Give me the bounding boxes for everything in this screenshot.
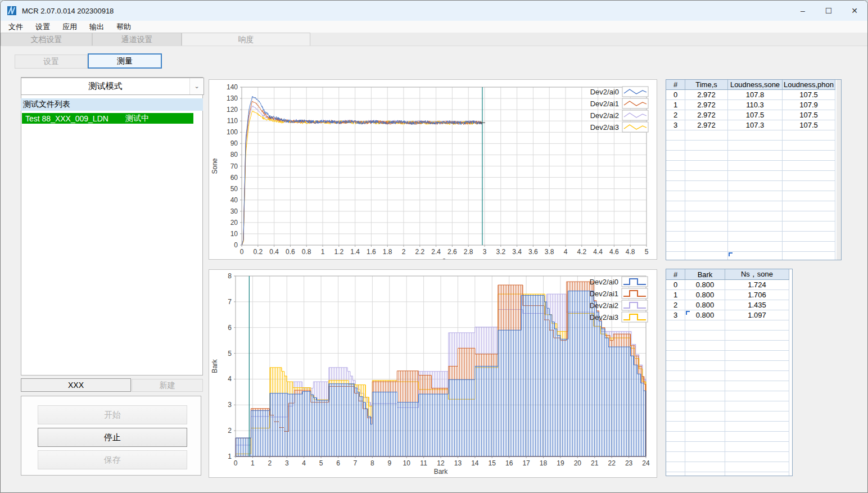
close-button[interactable]: ✕ xyxy=(842,1,867,21)
table-cell[interactable] xyxy=(666,252,685,261)
table-cell[interactable] xyxy=(728,232,783,242)
table-cell[interactable] xyxy=(666,181,685,191)
table-cell[interactable] xyxy=(685,351,725,361)
tab-channel-settings[interactable]: 通道设置 xyxy=(92,33,182,46)
table-cell[interactable] xyxy=(728,252,783,261)
table-cell[interactable] xyxy=(666,401,685,411)
menu-help[interactable]: 帮助 xyxy=(112,21,135,33)
menu-output[interactable]: 输出 xyxy=(85,21,108,33)
table-cell[interactable]: 2.972 xyxy=(685,110,728,120)
table-cell[interactable]: 110.3 xyxy=(728,100,783,110)
table-row[interactable] xyxy=(666,320,789,331)
table-cell[interactable] xyxy=(728,242,783,252)
table-row[interactable] xyxy=(666,161,835,171)
table-cell[interactable] xyxy=(725,401,789,411)
table-cell[interactable] xyxy=(728,141,783,151)
table-row[interactable] xyxy=(666,361,789,371)
table-row[interactable] xyxy=(666,232,835,242)
table-cell[interactable] xyxy=(685,361,725,371)
table-cell[interactable]: 0.800 xyxy=(685,300,725,310)
table-row[interactable] xyxy=(666,211,835,221)
table-cell[interactable] xyxy=(685,381,725,391)
table-cell[interactable]: 2 xyxy=(666,110,685,120)
table-cell[interactable]: 2 xyxy=(666,300,685,310)
table-cell[interactable] xyxy=(685,161,728,171)
table-cell[interactable] xyxy=(666,141,685,151)
table-cell[interactable] xyxy=(666,462,685,472)
table-cell[interactable] xyxy=(728,181,783,191)
table-row[interactable] xyxy=(666,252,835,261)
table-cell[interactable] xyxy=(783,130,835,141)
save-button[interactable]: 保存 xyxy=(38,450,187,469)
table-cell[interactable] xyxy=(666,351,685,361)
table-cell[interactable] xyxy=(666,171,685,181)
table-cell[interactable] xyxy=(666,232,685,242)
table-row[interactable] xyxy=(666,130,835,141)
table-cell[interactable] xyxy=(728,130,783,141)
measure-button[interactable]: 测量 xyxy=(88,53,162,69)
chevron-down-icon[interactable]: ⌄ xyxy=(189,78,204,94)
table-cell[interactable] xyxy=(685,191,728,201)
table-cell[interactable] xyxy=(783,161,835,171)
table-cell[interactable] xyxy=(685,472,725,477)
table-cell[interactable] xyxy=(725,361,789,371)
table-cell[interactable] xyxy=(685,411,725,422)
table-cell[interactable] xyxy=(666,411,685,422)
table-cell[interactable] xyxy=(685,242,728,252)
table-cell[interactable] xyxy=(666,191,685,201)
table-row[interactable]: 32.972107.3107.5 xyxy=(666,120,835,130)
test-mode-select[interactable]: 测试模式 ⌄ xyxy=(21,78,204,95)
table-cell[interactable] xyxy=(725,341,789,351)
specific-loudness-chart-svg[interactable]: 0123456789101112131415161718192021222324… xyxy=(209,270,657,477)
table-cell[interactable] xyxy=(725,320,789,331)
col-header-index[interactable]: # xyxy=(666,80,685,90)
table-row[interactable] xyxy=(666,411,789,422)
col-header-loudness-phon[interactable]: Loudness,phon xyxy=(783,80,835,90)
table-cell[interactable] xyxy=(725,422,789,432)
table-cell[interactable] xyxy=(725,462,789,472)
table-cell[interactable]: 107.3 xyxy=(728,120,783,130)
table-cell[interactable] xyxy=(685,201,728,211)
table-cell[interactable] xyxy=(783,232,835,242)
table-cell[interactable] xyxy=(666,442,685,452)
table-cell[interactable]: 107.9 xyxy=(783,100,835,110)
table-row[interactable] xyxy=(666,341,789,351)
table-cell[interactable] xyxy=(783,191,835,201)
table-row[interactable]: 00.8001.724 xyxy=(666,280,789,290)
table-cell[interactable] xyxy=(725,432,789,442)
table-cell[interactable] xyxy=(666,371,685,381)
table-cell[interactable] xyxy=(783,151,835,161)
table-cell[interactable]: 2.972 xyxy=(685,120,728,130)
col-header-time[interactable]: Time,s xyxy=(685,80,728,90)
table-cell[interactable] xyxy=(728,201,783,211)
table-cell[interactable]: 0 xyxy=(666,280,685,290)
table-cell[interactable] xyxy=(666,472,685,477)
menu-application[interactable]: 应用 xyxy=(58,21,82,33)
table-cell[interactable] xyxy=(685,171,728,181)
table-cell[interactable]: 2.972 xyxy=(685,100,728,110)
table-cell[interactable] xyxy=(783,141,835,151)
table-row[interactable]: 22.972107.5107.5 xyxy=(666,110,835,120)
table-row[interactable] xyxy=(666,181,835,191)
table-cell[interactable]: 1 xyxy=(666,100,685,110)
table-cell[interactable] xyxy=(685,401,725,411)
table-cell[interactable] xyxy=(728,151,783,161)
table-cell[interactable] xyxy=(666,242,685,252)
table-cell[interactable] xyxy=(685,320,725,331)
table-cell[interactable] xyxy=(783,211,835,221)
table-cell[interactable] xyxy=(666,391,685,401)
tab-document-settings[interactable]: 文档设置 xyxy=(1,33,92,46)
table-cell[interactable] xyxy=(685,422,725,432)
table-row[interactable] xyxy=(666,331,789,341)
table-cell[interactable]: 107.5 xyxy=(728,110,783,120)
table-row[interactable] xyxy=(666,201,835,211)
table-cell[interactable] xyxy=(783,221,835,232)
table-cell[interactable]: 107.5 xyxy=(783,120,835,130)
table-cell[interactable] xyxy=(666,452,685,462)
table-cell[interactable] xyxy=(685,232,728,242)
start-button[interactable]: 开始 xyxy=(38,405,187,424)
loudness-time-chart-svg[interactable]: 00.20.40.60.811.21.41.61.822.22.42.62.83… xyxy=(209,80,657,259)
new-button[interactable]: 新建 xyxy=(132,379,203,392)
table-cell[interactable] xyxy=(783,252,835,261)
table-row[interactable]: 12.972110.3107.9 xyxy=(666,100,835,110)
